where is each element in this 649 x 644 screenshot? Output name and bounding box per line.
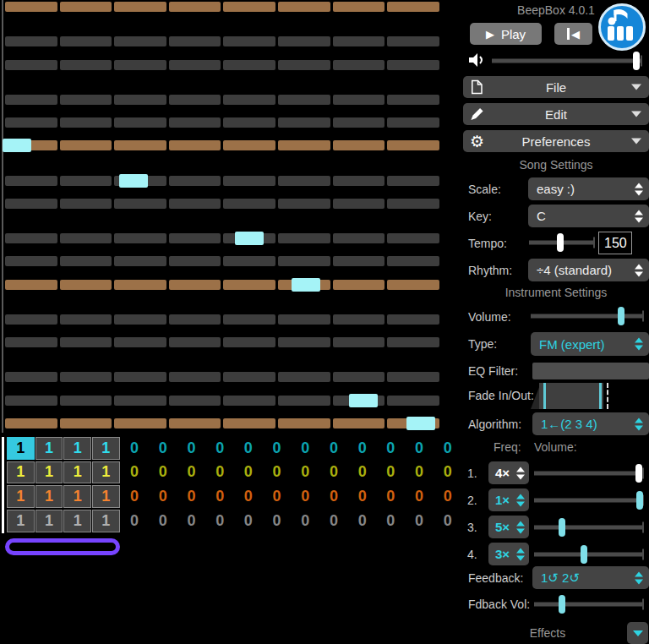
beat-segment[interactable] <box>333 2 385 12</box>
track-cell[interactable]: 0 <box>235 510 263 532</box>
beat-segment[interactable] <box>60 2 112 12</box>
track-cell[interactable]: 0 <box>348 485 376 508</box>
beat-segment[interactable] <box>169 337 221 347</box>
beat-segment[interactable] <box>223 140 275 150</box>
feedback-select[interactable]: 1↺ 2↺ <box>532 566 649 589</box>
track-cell[interactable]: 0 <box>206 485 234 508</box>
beat-segment[interactable] <box>333 36 385 46</box>
beat-segment[interactable] <box>169 117 221 128</box>
track-cell[interactable]: 0 <box>292 510 319 532</box>
beat-segment[interactable] <box>387 372 439 382</box>
beat-segment[interactable] <box>278 95 330 105</box>
beepbox-logo[interactable] <box>597 2 647 52</box>
beat-segment[interactable] <box>278 117 330 128</box>
beat-segment[interactable] <box>5 36 57 46</box>
beat-segment[interactable] <box>5 95 57 105</box>
beat-segment[interactable] <box>60 396 112 406</box>
track-cell[interactable]: 0 <box>377 510 405 532</box>
track-cell[interactable]: 0 <box>377 437 405 460</box>
beat-segment[interactable] <box>223 60 275 70</box>
beat-segment[interactable] <box>5 233 57 243</box>
master-volume-slider[interactable] <box>492 50 642 72</box>
track-cell[interactable]: 0 <box>150 437 177 460</box>
track-cell[interactable]: 0 <box>320 485 348 508</box>
beat-segment[interactable] <box>223 117 275 128</box>
beat-segment[interactable] <box>333 140 385 150</box>
operator-frequency-select[interactable]: 5× <box>488 516 529 538</box>
track-cell[interactable]: 1 <box>63 437 91 460</box>
track-cell[interactable]: 0 <box>263 485 291 508</box>
track-cell[interactable]: 0 <box>263 437 291 460</box>
track-cell[interactable]: 0 <box>434 485 462 508</box>
beat-segment[interactable] <box>223 396 275 406</box>
track-cell[interactable]: 1 <box>7 510 35 532</box>
beat-segment[interactable] <box>5 372 57 382</box>
beat-segment[interactable] <box>114 372 166 382</box>
track-cell[interactable]: 0 <box>406 461 434 484</box>
note[interactable] <box>349 394 378 407</box>
beat-segment[interactable] <box>169 418 221 428</box>
track-cell[interactable]: 0 <box>150 461 177 484</box>
track-cell[interactable]: 0 <box>150 485 177 508</box>
beat-segment[interactable] <box>223 199 275 209</box>
beat-segment[interactable] <box>223 314 275 325</box>
note[interactable] <box>3 139 31 152</box>
track-cell[interactable]: 0 <box>263 510 291 532</box>
beat-segment[interactable] <box>114 36 166 46</box>
operator-volume-slider[interactable] <box>534 462 644 484</box>
track-cell[interactable]: 0 <box>121 510 149 532</box>
track-cell[interactable]: 0 <box>348 510 376 532</box>
beat-segment[interactable] <box>223 36 275 46</box>
beat-segment[interactable] <box>114 60 166 70</box>
beat-segment[interactable] <box>60 95 112 105</box>
track-cell[interactable]: 1 <box>35 461 63 484</box>
beat-segment[interactable] <box>387 2 439 12</box>
beat-segment[interactable] <box>114 256 166 266</box>
beat-segment[interactable] <box>278 372 330 382</box>
beat-segment[interactable] <box>278 314 330 325</box>
track-cell[interactable]: 0 <box>406 510 434 532</box>
track-cell[interactable]: 0 <box>177 510 205 532</box>
track-cell[interactable]: 1 <box>92 485 120 508</box>
beat-segment[interactable] <box>60 314 112 325</box>
prev-bar-button[interactable]: ◀ <box>554 23 592 45</box>
beat-segment[interactable] <box>333 233 385 243</box>
beat-segment[interactable] <box>114 280 166 290</box>
track-cell[interactable]: 0 <box>177 461 205 484</box>
fade-out-marker[interactable] <box>599 383 602 409</box>
beat-segment[interactable] <box>278 337 330 347</box>
operator-frequency-select[interactable]: 1× <box>488 488 529 511</box>
beat-segment[interactable] <box>169 233 221 243</box>
beat-segment[interactable] <box>169 176 221 186</box>
tempo-slider[interactable] <box>529 232 595 254</box>
beat-segment[interactable] <box>223 418 275 428</box>
eq-filter-display[interactable] <box>532 363 649 379</box>
track-cell[interactable]: 0 <box>320 510 348 532</box>
beat-segment[interactable] <box>387 314 439 325</box>
beat-segment[interactable] <box>387 95 439 105</box>
operator-volume-slider[interactable] <box>534 543 644 565</box>
beat-segment[interactable] <box>223 176 275 186</box>
beat-segment[interactable] <box>278 233 330 243</box>
note[interactable] <box>406 417 435 430</box>
beat-segment[interactable] <box>5 396 57 406</box>
fade-in-marker[interactable] <box>543 383 546 409</box>
beat-segment[interactable] <box>333 337 385 347</box>
track-cell[interactable]: 0 <box>292 437 319 460</box>
track-cell[interactable]: 1 <box>92 461 120 484</box>
beat-segment[interactable] <box>60 60 112 70</box>
track-cell[interactable]: 0 <box>206 461 234 484</box>
track-cell[interactable]: 0 <box>235 485 263 508</box>
note[interactable] <box>235 232 264 245</box>
beat-segment[interactable] <box>387 256 439 266</box>
algorithm-select[interactable]: 1←(2 3 4) <box>532 412 649 435</box>
track-cell[interactable]: 0 <box>320 437 348 460</box>
track-cell[interactable]: 0 <box>434 461 462 484</box>
instrument-volume-slider[interactable] <box>531 305 644 327</box>
track-cell[interactable]: 1 <box>7 437 35 460</box>
beat-segment[interactable] <box>5 117 57 128</box>
preferences-menu-button[interactable]: ⚙ Preferences <box>463 130 649 152</box>
beat-segment[interactable] <box>169 95 221 105</box>
track-cell[interactable]: 0 <box>150 510 177 532</box>
pattern-editor[interactable] <box>0 0 463 433</box>
